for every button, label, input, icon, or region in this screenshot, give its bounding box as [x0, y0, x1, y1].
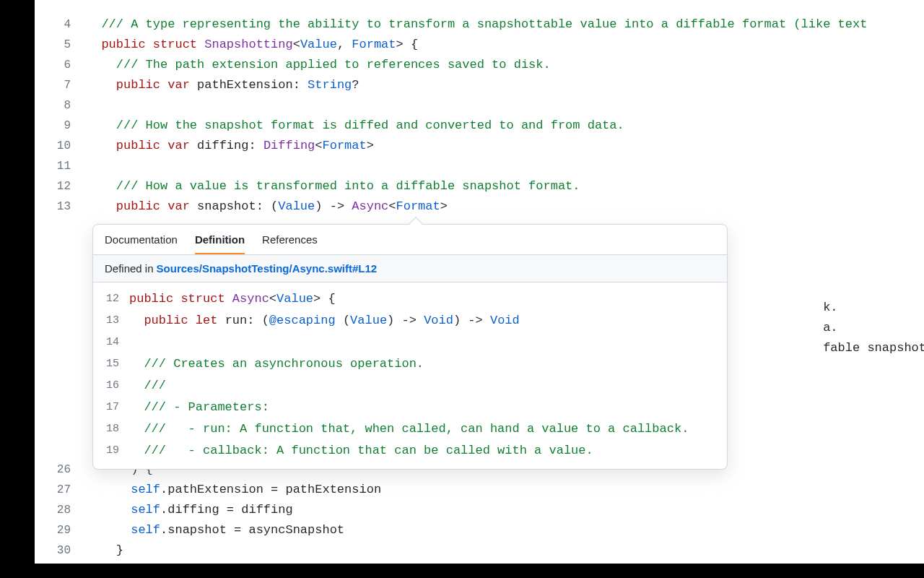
line-content[interactable]: self.diffing = diffing: [87, 500, 924, 520]
code-line: 16 ///: [93, 375, 727, 397]
code-line: 12 /// How a value is transformed into a…: [35, 176, 924, 197]
line-content[interactable]: /// - callback: A function that can be c…: [129, 440, 727, 462]
code-line: 4 /// A type representing the ability to…: [35, 14, 924, 35]
code-listing-top: 4 /// A type representing the ability to…: [35, 14, 924, 217]
code-token: public: [101, 38, 145, 51]
line-number: 13: [93, 310, 129, 332]
code-token: public: [116, 78, 160, 92]
code-token: Format: [352, 38, 396, 51]
line-content[interactable]: public var diffing: Diffing<Format>: [87, 136, 924, 156]
code-token: public: [129, 292, 173, 306]
line-content[interactable]: /// Creates an asynchronous operation.: [129, 353, 727, 375]
line-content[interactable]: /// - Parameters:: [129, 397, 727, 418]
code-line: 27 self.pathExtension = pathExtension: [35, 480, 924, 500]
code-line: 29 self.snapshot = asyncSnapshot: [35, 520, 924, 540]
code-token: String: [308, 78, 352, 92]
line-content[interactable]: public struct Snapshotting<Value, Format…: [87, 35, 924, 55]
code-token: public: [116, 199, 160, 213]
line-content[interactable]: ///: [129, 375, 727, 397]
line-number: 27: [35, 480, 87, 500]
line-content[interactable]: public var pathExtension: String?: [87, 75, 924, 95]
line-number: 28: [35, 500, 87, 520]
line-content[interactable]: public let run: (@escaping (Value) -> Vo…: [129, 310, 727, 332]
code-token: Value: [278, 199, 315, 213]
code-token: <: [293, 38, 300, 51]
code-token: <: [315, 139, 322, 152]
line-content[interactable]: self.pathExtension = pathExtension: [87, 480, 924, 500]
code-token: ) ->: [453, 314, 490, 327]
line-content[interactable]: /// How the snapshot format is diffed an…: [87, 116, 924, 136]
line-content[interactable]: [129, 332, 727, 353]
code-token: [87, 503, 131, 517]
line-number: 10: [35, 136, 87, 156]
code-token: [129, 314, 144, 327]
line-content[interactable]: [87, 95, 924, 116]
code-token: [173, 292, 180, 306]
popover-tab-definition[interactable]: Definition: [195, 233, 245, 254]
popover-tab-references[interactable]: References: [262, 233, 318, 254]
code-token: self: [131, 483, 160, 496]
defined-in-link[interactable]: Sources/SnapshotTesting/Async.swift#L12: [157, 262, 378, 275]
code-token: snapshot: (: [190, 199, 278, 213]
code-token: [129, 379, 144, 392]
line-number: 11: [35, 156, 87, 176]
code-token: >: [440, 199, 448, 213]
code-token: [146, 38, 153, 51]
code-token: run: (: [217, 314, 269, 327]
code-token: [87, 139, 116, 152]
code-line: 12public struct Async<Value> {: [93, 288, 727, 310]
code-token: var: [167, 78, 190, 92]
line-content[interactable]: [87, 156, 924, 176]
code-token: <: [388, 199, 396, 213]
line-content[interactable]: /// - run: A function that, when called,…: [129, 418, 727, 440]
popover-defined-in: Defined in Sources/SnapshotTesting/Async…: [93, 255, 727, 282]
line-content[interactable]: self.snapshot = asyncSnapshot: [87, 520, 924, 540]
popover-tab-documentation[interactable]: Documentation: [105, 233, 178, 254]
line-number: 9: [35, 116, 87, 136]
code-token: self: [131, 523, 160, 537]
code-token: [87, 78, 116, 92]
code-line: 15 /// Creates an asynchronous operation…: [93, 353, 727, 375]
code-token: [160, 78, 167, 92]
code-token: ///: [144, 379, 166, 392]
code-token: Format: [396, 199, 440, 213]
code-token: /// - Parameters:: [144, 400, 269, 414]
line-content[interactable]: }: [87, 540, 924, 561]
line-number: 13: [35, 197, 87, 217]
code-token: [129, 444, 144, 457]
code-token: Async: [352, 199, 388, 213]
line-content[interactable]: public var snapshot: (Value) -> Async<Fo…: [87, 197, 924, 217]
line-number: [35, 318, 87, 338]
code-token: [87, 38, 101, 51]
code-token: [87, 17, 101, 31]
line-number: [35, 338, 87, 358]
code-token: [160, 139, 167, 152]
line-number: 26: [35, 460, 87, 480]
line-number: 12: [35, 176, 87, 197]
line-number: 7: [35, 75, 87, 95]
line-number: 17: [93, 397, 129, 418]
code-token: /// How the snapshot format is diffed an…: [116, 118, 624, 132]
code-token: [160, 199, 167, 213]
line-content[interactable]: /// How a value is transformed into a di…: [87, 176, 924, 197]
popover-tabs: DocumentationDefinitionReferences: [93, 225, 727, 255]
line-content[interactable]: /// A type representing the ability to t…: [87, 14, 924, 35]
popover-code: 12public struct Async<Value> {13 public …: [93, 282, 727, 469]
code-token: ,: [337, 38, 352, 51]
line-number: 15: [93, 353, 129, 375]
code-token: /// - run: A function that, when called,…: [144, 422, 689, 436]
line-content[interactable]: public struct Async<Value> {: [129, 288, 727, 310]
code-line: 19 /// - callback: A function that can b…: [93, 440, 727, 462]
code-token: Void: [490, 314, 520, 327]
code-token: ?: [352, 78, 359, 92]
code-line: 9 /// How the snapshot format is diffed …: [35, 116, 924, 136]
defined-in-label: Defined in: [105, 262, 154, 275]
code-token: > {: [396, 38, 419, 51]
code-token: (: [336, 314, 350, 327]
line-content[interactable]: /// The path extension applied to refere…: [87, 55, 924, 75]
code-token: Async: [232, 292, 269, 306]
code-token: public: [144, 314, 188, 327]
code-token: var: [167, 139, 190, 152]
code-token: [188, 314, 196, 327]
code-token: Format: [323, 139, 367, 152]
